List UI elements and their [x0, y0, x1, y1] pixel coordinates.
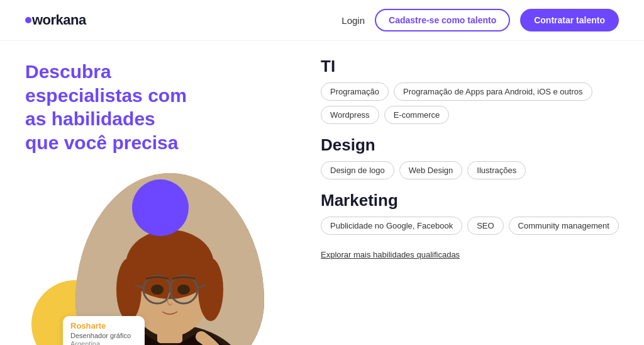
logo-text: workana: [32, 12, 86, 28]
category-ti: TI Programação Programação de Apps para …: [321, 57, 619, 124]
marketing-tags-row: Publicidade no Google, Facebook SEO Comm…: [321, 217, 619, 235]
profile-role: Desenhador gráfico: [70, 332, 137, 339]
tag-publicidade-google[interactable]: Publicidade no Google, Facebook: [321, 217, 462, 235]
hero-headline: Descubra especialistas com as habilidade…: [25, 60, 189, 154]
logo-dot: [25, 17, 31, 23]
profile-location: Argentina: [70, 340, 137, 345]
main-content: Descubra especialistas com as habilidade…: [0, 41, 644, 345]
tag-programacao[interactable]: Programação: [321, 82, 389, 101]
image-area: Rosharte Desenhador gráfico Argentina: [25, 167, 264, 345]
tag-ecommerce[interactable]: E-commerce: [384, 106, 450, 124]
category-marketing: Marketing Publicidade no Google, Faceboo…: [321, 191, 619, 235]
login-button[interactable]: Login: [341, 15, 365, 26]
tag-web-design[interactable]: Web Design: [399, 161, 463, 179]
category-design: Design Design de logo Web Design Ilustra…: [321, 135, 619, 179]
category-ti-title: TI: [321, 57, 619, 76]
ti-tags-row: Programação Programação de Apps para And…: [321, 82, 619, 124]
tag-programacao-apps[interactable]: Programação de Apps para Android, iOS e …: [394, 82, 592, 101]
purple-circle-decoration: [132, 179, 189, 236]
tag-ilustracoes[interactable]: Ilustrações: [467, 161, 526, 179]
header-actions: Login Cadastre-se como talento Contratar…: [341, 9, 619, 31]
tag-wordpress[interactable]: Wordpress: [321, 106, 379, 124]
tag-design-logo[interactable]: Design de logo: [321, 161, 394, 179]
tag-community-management[interactable]: Community management: [509, 217, 619, 235]
svg-point-13: [177, 285, 190, 295]
explore-more-link[interactable]: Explorar mais habilidades qualificadas: [321, 250, 460, 259]
category-design-title: Design: [321, 135, 619, 155]
left-panel: Descubra especialistas com as habilidade…: [25, 54, 296, 345]
svg-point-5: [116, 258, 142, 321]
header: workana Login Cadastre-se como talento C…: [0, 0, 644, 41]
logo: workana: [25, 12, 86, 28]
register-talent-button[interactable]: Cadastre-se como talento: [375, 9, 510, 31]
svg-point-12: [151, 285, 164, 295]
profile-name: Rosharte: [70, 321, 137, 331]
hire-talent-button[interactable]: Contratar talento: [520, 9, 619, 31]
tag-seo[interactable]: SEO: [467, 217, 503, 235]
category-marketing-title: Marketing: [321, 191, 619, 210]
svg-point-6: [198, 258, 223, 321]
profile-info-card: Rosharte Desenhador gráfico Argentina: [63, 316, 145, 345]
design-tags-row: Design de logo Web Design Ilustrações: [321, 161, 619, 179]
right-panel: TI Programação Programação de Apps para …: [296, 54, 619, 345]
